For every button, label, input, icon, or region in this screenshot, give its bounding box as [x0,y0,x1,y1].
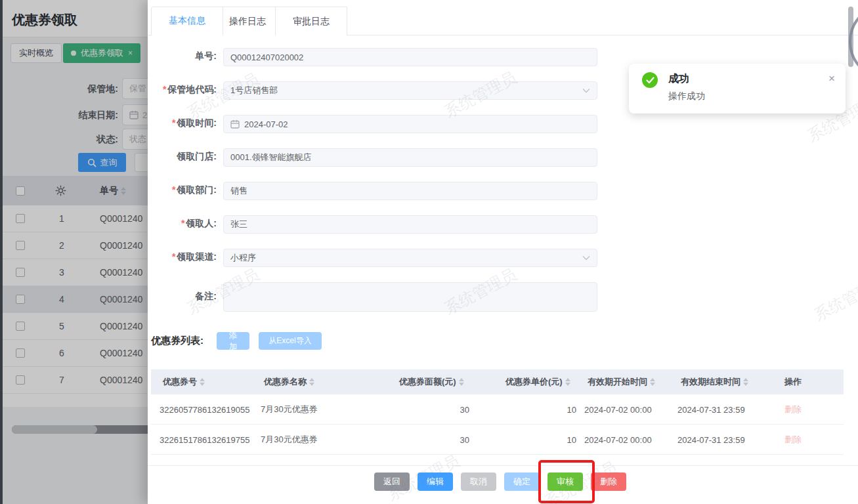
order-no-input[interactable]: Q00012407020002 [223,48,597,66]
valid-end: 2024-07-31 23:59 [677,434,745,444]
coupon-name: 7月30元优惠券 [261,434,318,446]
coupon-face-value: 30 [414,404,469,414]
collect-channel-select[interactable]: 小程序 [223,249,597,267]
col-valid-end[interactable]: 有效期结束时间 [681,369,748,394]
cancel-button[interactable]: 取消 [461,472,496,491]
coupon-table-header: 优惠券号 优惠券名称 优惠券面额(元) 优惠券单价(元) 有效期开始时间 有效期… [151,369,844,394]
button-label: 从Excel导入 [268,335,311,346]
collector-input[interactable]: 张三 [223,215,597,234]
field-value: 张三 [230,219,247,230]
field-label-remarks: 备注: [195,291,217,303]
button-label: 取消 [470,476,487,488]
app-root: 优惠券领取 实时概览 优惠券领取 × 保管地: 保管 结束日期: 2 状态: 状… [0,0,858,504]
column-label: 有效期开始时间 [588,376,647,388]
field-value: 2024-07-02 [244,119,288,129]
button-label: 添加 [226,330,240,352]
field-label-collect-store: 领取门店: [177,151,217,163]
sort-caret-icon[interactable] [200,378,205,386]
calendar-icon [230,119,240,129]
sort-caret-icon[interactable] [309,378,314,386]
valid-start: 2024-07-02 00:00 [584,434,652,444]
drawer-tabs: 基本信息 操作日志 审批日志 [148,7,858,35]
column-label: 操作 [784,376,802,388]
tab-approval-log[interactable]: 审批日志 [275,7,347,35]
close-icon[interactable]: × [828,73,835,84]
drawer-footer: 返回 编辑 取消 确定 审核 删除 [148,465,858,504]
col-actions: 操作 [784,369,802,394]
col-coupon-name[interactable]: 优惠券名称 [264,369,314,394]
column-label: 有效期结束时间 [681,376,740,388]
field-value: 0001.领锋智能旗舰店 [230,152,312,163]
tab-label: 操作日志 [229,16,266,28]
success-check-icon [642,72,658,88]
delete-link[interactable]: 删除 [784,404,802,415]
sort-caret-icon[interactable] [459,378,464,386]
col-coupon-price[interactable]: 优惠券单价(元) [505,369,570,394]
coupon-row: 3226057786132619055 7月30元优惠券 30 10 2024-… [151,394,844,425]
col-coupon-no[interactable]: 优惠券号 [163,369,205,394]
field-label-storage-code: 保管地代码: [163,84,217,96]
valid-start: 2024-07-02 00:00 [584,404,652,414]
delete-link[interactable]: 删除 [784,434,802,446]
col-coupon-face[interactable]: 优惠券面额(元) [399,369,464,394]
field-label-collector: 领取人: [181,218,217,230]
field-value: 小程序 [230,252,256,264]
button-label: 确定 [513,476,530,488]
field-label-order-no: 单号: [195,51,217,62]
coupon-name: 7月30元优惠券 [261,404,318,415]
tab-label: 基本信息 [169,15,205,27]
sort-caret-icon[interactable] [743,378,748,386]
storage-code-select[interactable]: 1号店销售部 [223,81,597,100]
coupon-row: 3226151786132619755 7月30元优惠券 30 10 2024-… [151,425,844,455]
coupon-unit-price: 10 [521,404,576,414]
tab-label: 审批日志 [293,16,330,28]
field-value: 1号店销售部 [230,85,278,96]
field-value: 销售 [230,185,247,197]
coupon-face-value: 30 [414,434,469,444]
collect-dept-input[interactable]: 销售 [223,182,597,200]
coupon-unit-price: 10 [521,434,576,444]
chevron-down-icon [582,88,590,93]
button-label: 删除 [600,476,617,488]
coupon-no: 3226151786132619755 [160,434,249,444]
tab-basic-info[interactable]: 基本信息 [151,7,223,35]
toast-title: 成功 [668,72,689,86]
delete-button[interactable]: 删除 [591,472,626,491]
edit-button[interactable]: 编辑 [418,472,453,491]
valid-end: 2024-07-31 23:59 [677,404,745,414]
coupon-list-title: 优惠券列表: [151,335,204,347]
field-label-collect-channel: 领取渠道: [172,251,217,263]
remarks-textarea[interactable] [223,282,597,312]
button-label: 返回 [383,476,400,488]
confirm-button[interactable]: 确定 [504,472,540,491]
sort-caret-icon[interactable] [650,378,655,386]
field-label-collect-time: 领取时间: [172,117,217,129]
column-label: 优惠券名称 [264,376,307,388]
collect-time-datepicker[interactable]: 2024-07-02 [223,115,597,133]
button-label: 编辑 [427,476,444,488]
column-label: 优惠券单价(元) [505,376,563,388]
sort-caret-icon[interactable] [565,378,570,386]
field-label-collect-dept: 领取部门: [172,184,217,196]
col-valid-start[interactable]: 有效期开始时间 [588,369,655,394]
back-button[interactable]: 返回 [374,472,410,491]
collect-store-input[interactable]: 0001.领锋智能旗舰店 [223,148,597,167]
column-label: 优惠券号 [163,376,197,388]
column-label: 优惠券面额(元) [399,376,456,388]
field-value: Q00012407020002 [230,52,303,62]
success-toast: 成功 操作成功 × [629,64,846,114]
add-button[interactable]: 添加 [217,332,249,350]
toast-message: 操作成功 [668,91,705,102]
import-excel-button[interactable]: 从Excel导入 [259,332,322,350]
coupon-no: 3226057786132619055 [160,404,249,414]
chevron-down-icon [582,255,590,261]
red-annotation-box [538,460,595,503]
